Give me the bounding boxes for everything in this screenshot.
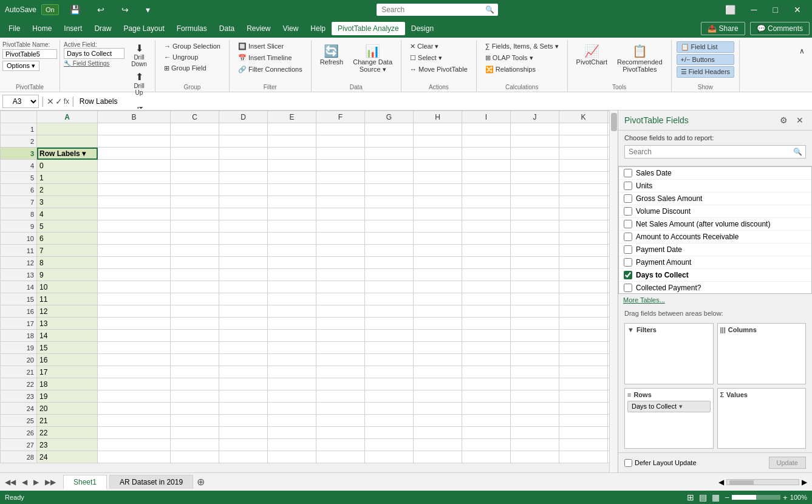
cell-25-D[interactable]: [219, 415, 268, 427]
cell-1-B[interactable]: [98, 123, 171, 135]
cell-10-G[interactable]: [365, 233, 414, 245]
move-pivottable-button[interactable]: ↔ Move PivotTable: [406, 64, 471, 74]
cell-20-A[interactable]: 16: [37, 354, 98, 366]
cell-23-E[interactable]: [268, 390, 316, 403]
cell-6-C[interactable]: [171, 184, 219, 196]
cell-12-L[interactable]: [608, 257, 610, 269]
cell-1-L[interactable]: [608, 123, 610, 135]
cell-12-A[interactable]: 8: [37, 257, 98, 269]
field-checkbox-units[interactable]: [624, 182, 632, 190]
cell-26-D[interactable]: [219, 427, 268, 439]
cell-9-D[interactable]: [219, 220, 268, 233]
cell-17-A[interactable]: 13: [37, 318, 98, 330]
menu-help[interactable]: Help: [304, 22, 332, 35]
cell-10-F[interactable]: [316, 233, 365, 245]
cell-18-G[interactable]: [365, 330, 414, 342]
cell-7-K[interactable]: [559, 196, 608, 208]
cell-17-E[interactable]: [268, 318, 316, 330]
cell-20-B[interactable]: [98, 354, 171, 366]
cell-16-K[interactable]: [559, 305, 608, 318]
cell-21-L[interactable]: [608, 366, 610, 378]
cell-10-L[interactable]: [608, 233, 610, 245]
cell-15-B[interactable]: [98, 293, 171, 305]
cell-23-H[interactable]: [414, 390, 462, 403]
cell-11-B[interactable]: [98, 245, 171, 257]
cell-23-J[interactable]: [511, 390, 559, 403]
menu-file[interactable]: File: [2, 22, 26, 35]
cell-6-I[interactable]: [462, 184, 511, 196]
cell-3-E[interactable]: [268, 148, 316, 160]
rows-chip-days-to-collect[interactable]: Days to Collect ▾: [627, 401, 711, 412]
cell-11-A[interactable]: 7: [37, 245, 98, 257]
cell-11-F[interactable]: [316, 245, 365, 257]
cell-12-G[interactable]: [365, 257, 414, 269]
cell-5-K[interactable]: [559, 172, 608, 184]
cell-8-D[interactable]: [219, 208, 268, 220]
cell-8-A[interactable]: 4: [37, 208, 98, 220]
cell-27-I[interactable]: [462, 439, 511, 451]
col-header-d[interactable]: D: [219, 111, 268, 123]
cell-16-H[interactable]: [414, 305, 462, 318]
menu-formulas[interactable]: Formulas: [171, 22, 213, 35]
col-header-a[interactable]: A: [37, 111, 98, 123]
share-button[interactable]: 📤 Share: [701, 22, 745, 35]
relationships-button[interactable]: 🔀 Relationships: [482, 64, 562, 75]
cell-15-A[interactable]: 11: [37, 293, 98, 305]
insert-function-button[interactable]: fx: [64, 97, 69, 106]
zoom-in-button[interactable]: +: [783, 493, 788, 502]
cell-6-A[interactable]: 2: [37, 184, 98, 196]
cell-4-E[interactable]: [268, 160, 316, 172]
cell-25-G[interactable]: [365, 415, 414, 427]
cell-15-C[interactable]: [171, 293, 219, 305]
cell-21-A[interactable]: 17: [37, 366, 98, 378]
cell-2-C[interactable]: [171, 135, 219, 148]
cell-22-G[interactable]: [365, 378, 414, 390]
cell-20-G[interactable]: [365, 354, 414, 366]
cell-17-D[interactable]: [219, 318, 268, 330]
cell-1-F[interactable]: [316, 123, 365, 135]
sheet-tab-sheet1[interactable]: Sheet1: [63, 475, 107, 489]
cell-13-A[interactable]: 9: [37, 269, 98, 281]
cell-28-F[interactable]: [316, 451, 365, 463]
cell-2-B[interactable]: [98, 135, 171, 148]
cell-19-G[interactable]: [365, 342, 414, 354]
cell-18-L[interactable]: [608, 330, 610, 342]
cell-26-E[interactable]: [268, 427, 316, 439]
active-field-input[interactable]: [64, 48, 125, 59]
cell-21-B[interactable]: [98, 366, 171, 378]
cell-10-H[interactable]: [414, 233, 462, 245]
cell-22-J[interactable]: [511, 378, 559, 390]
cell-20-F[interactable]: [316, 354, 365, 366]
cell-24-A[interactable]: 20: [37, 403, 98, 415]
drag-zone-columns[interactable]: ||| Columns: [717, 323, 807, 384]
cell-9-K[interactable]: [559, 220, 608, 233]
cell-27-B[interactable]: [98, 439, 171, 451]
cell-22-F[interactable]: [316, 378, 365, 390]
cell-26-A[interactable]: 22: [37, 427, 98, 439]
cell-13-K[interactable]: [559, 269, 608, 281]
cell-28-I[interactable]: [462, 451, 511, 463]
cell-3-D[interactable]: [219, 148, 268, 160]
scroll-thumb[interactable]: [611, 113, 617, 131]
formula-input[interactable]: [77, 96, 810, 107]
cell-15-E[interactable]: [268, 293, 316, 305]
cell-23-I[interactable]: [462, 390, 511, 403]
cell-1-J[interactable]: [511, 123, 559, 135]
save-button[interactable]: 💾: [64, 0, 86, 19]
group-field-button[interactable]: ⊞ Group Field: [160, 63, 224, 73]
cell-23-K[interactable]: [559, 390, 608, 403]
cell-4-I[interactable]: [462, 160, 511, 172]
cell-8-F[interactable]: [316, 208, 365, 220]
filter-connections-button[interactable]: 🔗 Filter Connections: [234, 64, 306, 75]
cell-7-L[interactable]: [608, 196, 610, 208]
cell-23-F[interactable]: [316, 390, 365, 403]
cell-4-C[interactable]: [171, 160, 219, 172]
cell-27-D[interactable]: [219, 439, 268, 451]
field-item-net-sales[interactable]: Net Sales Amount (after volume discount): [619, 218, 811, 231]
field-checkbox-accounts-receivable[interactable]: [624, 233, 632, 241]
cell-7-D[interactable]: [219, 196, 268, 208]
cell-1-K[interactable]: [559, 123, 608, 135]
cell-10-B[interactable]: [98, 233, 171, 245]
cell-17-H[interactable]: [414, 318, 462, 330]
cell-1-C[interactable]: [171, 123, 219, 135]
